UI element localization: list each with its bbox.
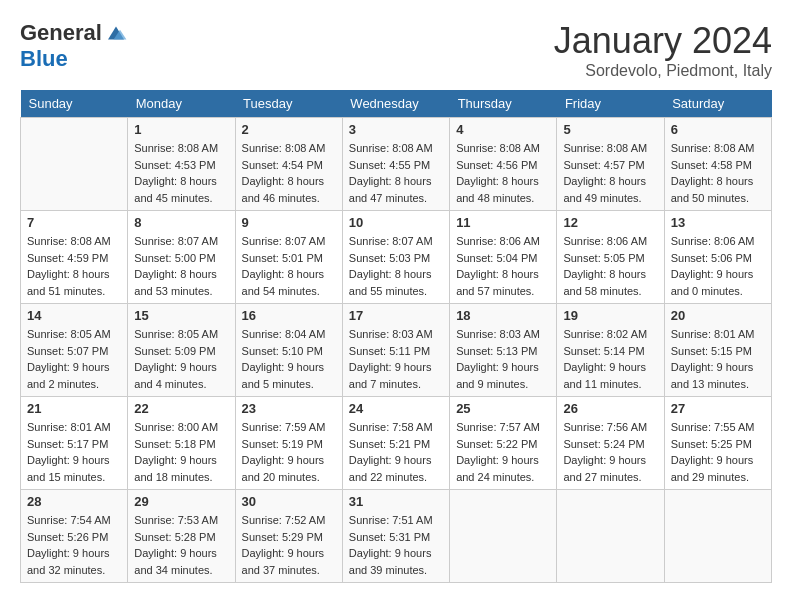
day-detail: Sunrise: 8:01 AMSunset: 5:17 PMDaylight:…: [27, 419, 121, 485]
day-detail: Sunrise: 7:59 AMSunset: 5:19 PMDaylight:…: [242, 419, 336, 485]
calendar-cell: 17Sunrise: 8:03 AMSunset: 5:11 PMDayligh…: [342, 304, 449, 397]
month-title: January 2024: [554, 20, 772, 62]
calendar-cell: 9Sunrise: 8:07 AMSunset: 5:01 PMDaylight…: [235, 211, 342, 304]
title-section: January 2024 Sordevolo, Piedmont, Italy: [554, 20, 772, 80]
day-detail: Sunrise: 8:06 AMSunset: 5:06 PMDaylight:…: [671, 233, 765, 299]
calendar-week-row: 28Sunrise: 7:54 AMSunset: 5:26 PMDayligh…: [21, 490, 772, 583]
weekday-header: Thursday: [450, 90, 557, 118]
day-number: 12: [563, 215, 657, 230]
calendar-cell: [21, 118, 128, 211]
day-detail: Sunrise: 8:07 AMSunset: 5:01 PMDaylight:…: [242, 233, 336, 299]
logo-blue-text: Blue: [20, 46, 68, 72]
day-detail: Sunrise: 8:03 AMSunset: 5:11 PMDaylight:…: [349, 326, 443, 392]
calendar-cell: [450, 490, 557, 583]
day-detail: Sunrise: 8:08 AMSunset: 4:56 PMDaylight:…: [456, 140, 550, 206]
day-detail: Sunrise: 8:08 AMSunset: 4:55 PMDaylight:…: [349, 140, 443, 206]
day-detail: Sunrise: 8:06 AMSunset: 5:05 PMDaylight:…: [563, 233, 657, 299]
day-number: 5: [563, 122, 657, 137]
calendar-cell: 2Sunrise: 8:08 AMSunset: 4:54 PMDaylight…: [235, 118, 342, 211]
day-number: 16: [242, 308, 336, 323]
calendar-cell: 4Sunrise: 8:08 AMSunset: 4:56 PMDaylight…: [450, 118, 557, 211]
day-number: 23: [242, 401, 336, 416]
weekday-header: Sunday: [21, 90, 128, 118]
day-number: 14: [27, 308, 121, 323]
calendar-cell: 20Sunrise: 8:01 AMSunset: 5:15 PMDayligh…: [664, 304, 771, 397]
day-number: 9: [242, 215, 336, 230]
day-detail: Sunrise: 8:01 AMSunset: 5:15 PMDaylight:…: [671, 326, 765, 392]
day-number: 10: [349, 215, 443, 230]
day-detail: Sunrise: 8:03 AMSunset: 5:13 PMDaylight:…: [456, 326, 550, 392]
calendar-cell: 21Sunrise: 8:01 AMSunset: 5:17 PMDayligh…: [21, 397, 128, 490]
calendar-cell: 14Sunrise: 8:05 AMSunset: 5:07 PMDayligh…: [21, 304, 128, 397]
calendar-cell: 10Sunrise: 8:07 AMSunset: 5:03 PMDayligh…: [342, 211, 449, 304]
day-number: 25: [456, 401, 550, 416]
logo-icon: [104, 21, 128, 45]
day-detail: Sunrise: 8:08 AMSunset: 4:58 PMDaylight:…: [671, 140, 765, 206]
day-number: 7: [27, 215, 121, 230]
weekday-header: Wednesday: [342, 90, 449, 118]
calendar-cell: 12Sunrise: 8:06 AMSunset: 5:05 PMDayligh…: [557, 211, 664, 304]
day-detail: Sunrise: 8:06 AMSunset: 5:04 PMDaylight:…: [456, 233, 550, 299]
day-detail: Sunrise: 8:00 AMSunset: 5:18 PMDaylight:…: [134, 419, 228, 485]
day-number: 2: [242, 122, 336, 137]
day-detail: Sunrise: 7:51 AMSunset: 5:31 PMDaylight:…: [349, 512, 443, 578]
day-detail: Sunrise: 8:05 AMSunset: 5:09 PMDaylight:…: [134, 326, 228, 392]
day-number: 4: [456, 122, 550, 137]
calendar-cell: 29Sunrise: 7:53 AMSunset: 5:28 PMDayligh…: [128, 490, 235, 583]
day-detail: Sunrise: 7:54 AMSunset: 5:26 PMDaylight:…: [27, 512, 121, 578]
calendar-week-row: 14Sunrise: 8:05 AMSunset: 5:07 PMDayligh…: [21, 304, 772, 397]
day-number: 21: [27, 401, 121, 416]
calendar-cell: 16Sunrise: 8:04 AMSunset: 5:10 PMDayligh…: [235, 304, 342, 397]
day-number: 3: [349, 122, 443, 137]
weekday-header: Monday: [128, 90, 235, 118]
day-detail: Sunrise: 7:56 AMSunset: 5:24 PMDaylight:…: [563, 419, 657, 485]
day-number: 13: [671, 215, 765, 230]
day-number: 19: [563, 308, 657, 323]
day-detail: Sunrise: 7:57 AMSunset: 5:22 PMDaylight:…: [456, 419, 550, 485]
calendar-cell: 13Sunrise: 8:06 AMSunset: 5:06 PMDayligh…: [664, 211, 771, 304]
calendar-cell: 30Sunrise: 7:52 AMSunset: 5:29 PMDayligh…: [235, 490, 342, 583]
day-number: 24: [349, 401, 443, 416]
day-detail: Sunrise: 7:53 AMSunset: 5:28 PMDaylight:…: [134, 512, 228, 578]
day-number: 6: [671, 122, 765, 137]
calendar-cell: 31Sunrise: 7:51 AMSunset: 5:31 PMDayligh…: [342, 490, 449, 583]
calendar-cell: 25Sunrise: 7:57 AMSunset: 5:22 PMDayligh…: [450, 397, 557, 490]
day-detail: Sunrise: 7:55 AMSunset: 5:25 PMDaylight:…: [671, 419, 765, 485]
calendar-cell: [557, 490, 664, 583]
day-number: 8: [134, 215, 228, 230]
calendar-cell: 15Sunrise: 8:05 AMSunset: 5:09 PMDayligh…: [128, 304, 235, 397]
calendar-cell: 27Sunrise: 7:55 AMSunset: 5:25 PMDayligh…: [664, 397, 771, 490]
day-number: 20: [671, 308, 765, 323]
day-number: 1: [134, 122, 228, 137]
day-number: 15: [134, 308, 228, 323]
weekday-header: Friday: [557, 90, 664, 118]
day-detail: Sunrise: 7:52 AMSunset: 5:29 PMDaylight:…: [242, 512, 336, 578]
calendar-cell: 18Sunrise: 8:03 AMSunset: 5:13 PMDayligh…: [450, 304, 557, 397]
day-number: 27: [671, 401, 765, 416]
calendar-cell: 6Sunrise: 8:08 AMSunset: 4:58 PMDaylight…: [664, 118, 771, 211]
day-number: 30: [242, 494, 336, 509]
day-detail: Sunrise: 8:02 AMSunset: 5:14 PMDaylight:…: [563, 326, 657, 392]
calendar-cell: 7Sunrise: 8:08 AMSunset: 4:59 PMDaylight…: [21, 211, 128, 304]
day-detail: Sunrise: 8:08 AMSunset: 4:53 PMDaylight:…: [134, 140, 228, 206]
calendar-week-row: 1Sunrise: 8:08 AMSunset: 4:53 PMDaylight…: [21, 118, 772, 211]
day-detail: Sunrise: 8:08 AMSunset: 4:57 PMDaylight:…: [563, 140, 657, 206]
day-number: 28: [27, 494, 121, 509]
day-detail: Sunrise: 8:07 AMSunset: 5:03 PMDaylight:…: [349, 233, 443, 299]
day-detail: Sunrise: 8:05 AMSunset: 5:07 PMDaylight:…: [27, 326, 121, 392]
day-detail: Sunrise: 7:58 AMSunset: 5:21 PMDaylight:…: [349, 419, 443, 485]
calendar-cell: 1Sunrise: 8:08 AMSunset: 4:53 PMDaylight…: [128, 118, 235, 211]
day-detail: Sunrise: 8:07 AMSunset: 5:00 PMDaylight:…: [134, 233, 228, 299]
calendar-cell: 8Sunrise: 8:07 AMSunset: 5:00 PMDaylight…: [128, 211, 235, 304]
day-detail: Sunrise: 8:08 AMSunset: 4:59 PMDaylight:…: [27, 233, 121, 299]
weekday-header: Tuesday: [235, 90, 342, 118]
calendar-cell: 28Sunrise: 7:54 AMSunset: 5:26 PMDayligh…: [21, 490, 128, 583]
calendar-cell: 24Sunrise: 7:58 AMSunset: 5:21 PMDayligh…: [342, 397, 449, 490]
weekday-header: Saturday: [664, 90, 771, 118]
calendar-week-row: 21Sunrise: 8:01 AMSunset: 5:17 PMDayligh…: [21, 397, 772, 490]
calendar-cell: 26Sunrise: 7:56 AMSunset: 5:24 PMDayligh…: [557, 397, 664, 490]
day-number: 11: [456, 215, 550, 230]
day-number: 31: [349, 494, 443, 509]
day-number: 18: [456, 308, 550, 323]
logo: General Blue: [20, 20, 128, 72]
